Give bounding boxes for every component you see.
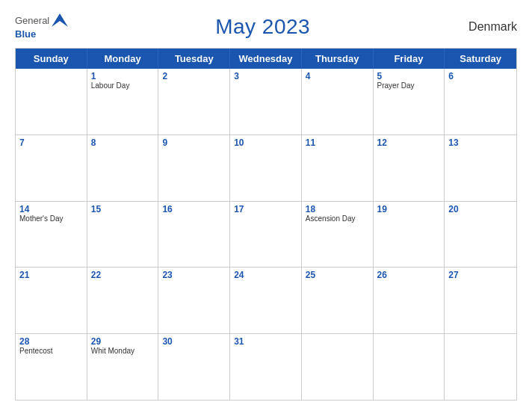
week-row-1: 1Labour Day2345Prayer Day6 <box>16 69 516 135</box>
day-header-monday: Monday <box>87 49 159 69</box>
day-cell: 22 <box>87 268 159 333</box>
week-row-2: 78910111213 <box>16 135 516 202</box>
svg-marker-0 <box>52 13 68 27</box>
week-row-3: 14Mother's Day15161718Ascension Day1920 <box>16 202 516 268</box>
holiday-label: Ascension Day <box>306 214 369 223</box>
day-cell: 23 <box>158 268 230 333</box>
day-number: 14 <box>19 204 83 214</box>
country-label: Denmark <box>457 20 517 34</box>
day-number: 22 <box>91 270 155 280</box>
day-number: 21 <box>19 270 83 280</box>
day-number: 15 <box>91 204 155 214</box>
day-headers-row: SundayMondayTuesdayWednesdayThursdayFrid… <box>16 49 516 69</box>
day-number: 12 <box>377 137 441 148</box>
day-number: 10 <box>234 137 297 148</box>
day-cell <box>302 334 374 400</box>
day-cell: 20 <box>445 202 516 268</box>
day-number: 19 <box>377 204 441 214</box>
calendar-body: 1Labour Day2345Prayer Day67891011121314M… <box>16 69 516 400</box>
day-number: 4 <box>306 71 369 81</box>
day-cell: 18Ascension Day <box>302 202 374 268</box>
day-cell: 30 <box>158 334 230 400</box>
day-number: 7 <box>19 137 83 148</box>
day-cell: 6 <box>445 69 516 135</box>
day-cell: 8 <box>87 135 159 201</box>
calendar-title: May 2023 <box>215 15 310 38</box>
day-cell: 17 <box>230 202 302 268</box>
day-number: 17 <box>234 204 297 214</box>
day-cell: 19 <box>374 202 445 268</box>
day-cell: 26 <box>374 268 445 333</box>
day-number: 2 <box>162 71 226 81</box>
day-number: 5 <box>377 71 441 81</box>
day-number: 11 <box>306 137 369 148</box>
logo: General Blue <box>15 13 68 40</box>
day-header-friday: Friday <box>374 49 445 69</box>
logo-blue-text: Blue <box>15 28 36 40</box>
day-cell: 31 <box>230 334 302 400</box>
day-cell: 13 <box>445 135 516 201</box>
calendar-title-area: May 2023 <box>68 15 457 39</box>
day-number: 27 <box>448 270 513 280</box>
day-number: 23 <box>162 270 226 280</box>
day-cell <box>445 334 516 400</box>
day-number: 8 <box>91 137 155 148</box>
day-cell: 28Pentecost <box>16 334 87 400</box>
day-cell: 7 <box>16 135 87 201</box>
calendar: SundayMondayTuesdayWednesdayThursdayFrid… <box>15 48 517 401</box>
day-number: 25 <box>306 270 369 280</box>
day-number: 16 <box>162 204 226 214</box>
holiday-label: Prayer Day <box>377 81 441 90</box>
day-cell: 12 <box>374 135 445 201</box>
day-cell: 2 <box>158 69 230 135</box>
holiday-label: Mother's Day <box>19 214 83 223</box>
day-header-tuesday: Tuesday <box>158 49 230 69</box>
day-number: 1 <box>91 71 155 81</box>
day-number: 3 <box>234 71 297 81</box>
day-cell <box>16 69 87 135</box>
holiday-label: Pentecost <box>19 347 83 356</box>
day-cell: 4 <box>302 69 374 135</box>
holiday-label: Labour Day <box>91 81 155 90</box>
logo-general-text: General <box>15 15 49 26</box>
day-header-saturday: Saturday <box>445 49 516 69</box>
day-header-sunday: Sunday <box>16 49 87 69</box>
week-row-4: 21222324252627 <box>16 268 516 334</box>
day-cell: 5Prayer Day <box>374 69 445 135</box>
day-header-thursday: Thursday <box>302 49 374 69</box>
day-number: 30 <box>162 336 226 347</box>
day-cell <box>374 334 445 400</box>
day-cell: 3 <box>230 69 302 135</box>
day-cell: 16 <box>158 202 230 268</box>
day-cell: 24 <box>230 268 302 333</box>
day-cell: 29Whit Monday <box>87 334 159 400</box>
day-number: 6 <box>448 71 513 81</box>
day-number: 26 <box>377 270 441 280</box>
holiday-label: Whit Monday <box>91 347 155 356</box>
day-number: 13 <box>448 137 513 148</box>
day-number: 20 <box>448 204 513 214</box>
day-cell: 15 <box>87 202 159 268</box>
day-cell: 11 <box>302 135 374 201</box>
day-number: 18 <box>306 204 369 214</box>
day-number: 29 <box>91 336 155 347</box>
day-cell: 14Mother's Day <box>16 202 87 268</box>
week-row-5: 28Pentecost29Whit Monday3031 <box>16 334 516 400</box>
day-cell: 9 <box>158 135 230 201</box>
day-number: 28 <box>19 336 83 347</box>
day-cell: 10 <box>230 135 302 201</box>
day-cell: 1Labour Day <box>87 69 159 135</box>
logo-bird-icon <box>52 13 68 27</box>
day-header-wednesday: Wednesday <box>230 49 302 69</box>
day-number: 24 <box>234 270 297 280</box>
day-cell: 25 <box>302 268 374 333</box>
day-cell: 27 <box>445 268 516 333</box>
day-number: 9 <box>162 137 226 148</box>
day-cell: 21 <box>16 268 87 333</box>
day-number: 31 <box>234 336 297 347</box>
